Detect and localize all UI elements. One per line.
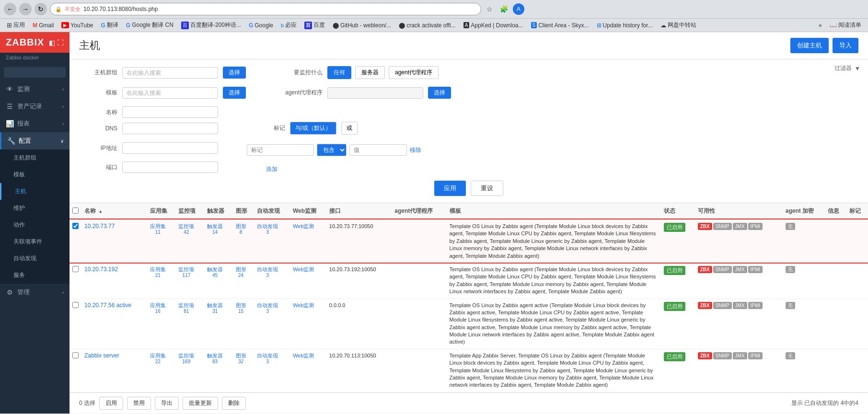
sidebar-item-actions[interactable]: 动作 <box>0 217 69 233</box>
bookmark-apps[interactable]: ⊞ 应用 <box>4 20 28 30</box>
row-checkbox-0[interactable] <box>72 223 79 229</box>
tag-or-btn[interactable]: 或 <box>341 122 358 135</box>
sidebar-expand-icon[interactable]: ⛶ <box>57 39 64 46</box>
header-name[interactable]: 名称 ▲ <box>81 203 147 219</box>
reload-button[interactable]: ↻ <box>35 3 47 15</box>
row-checkbox-2[interactable] <box>72 302 79 308</box>
monitors-chip[interactable]: 监控项117 <box>178 266 194 278</box>
bookmark-google-translate[interactable]: G Google 翻译 CN <box>123 20 176 30</box>
header-status[interactable]: 状态 <box>661 203 695 219</box>
triggers-chip[interactable]: 触发器45 <box>207 266 223 278</box>
bookmark-bing[interactable]: b 必应 <box>278 20 300 30</box>
header-web[interactable]: Web监测 <box>290 203 326 219</box>
triggers-chip[interactable]: 触发器14 <box>207 223 223 235</box>
discovery-chip[interactable]: 自动发现3 <box>257 353 278 365</box>
header-tags[interactable]: 标记 <box>846 203 868 219</box>
export-btn[interactable]: 导出 <box>155 397 179 410</box>
host-name-link[interactable]: 10.20.77.56 active <box>84 302 131 309</box>
bulk-update-btn[interactable]: 批量更新 <box>183 397 218 410</box>
graphs-chip[interactable]: 图形24 <box>236 266 246 278</box>
delete-btn[interactable]: 删除 <box>222 397 246 410</box>
header-apps[interactable]: 应用集 <box>147 203 176 219</box>
header-agent[interactable]: agent代理程序 <box>392 203 446 219</box>
bookmark-more[interactable]: » <box>816 21 825 30</box>
header-availability[interactable]: 可用性 <box>695 203 783 219</box>
bookmark-baidu[interactable]: 百 百度 <box>301 20 328 30</box>
bookmark-update-history[interactable]: ⊞ Update history for... <box>594 21 656 30</box>
sidebar-search-input[interactable] <box>4 67 66 78</box>
discovery-chip[interactable]: 自动发现3 <box>257 223 278 235</box>
import-button[interactable]: 导入 <box>833 38 858 53</box>
star-icon[interactable]: ☆ <box>484 4 495 14</box>
ip-input[interactable] <box>122 142 218 154</box>
tag-name-field[interactable] <box>247 144 314 156</box>
tag-add-btn[interactable]: 添加 <box>266 165 278 173</box>
host-name-link[interactable]: Zabbix server <box>84 352 119 359</box>
forward-button[interactable]: → <box>19 3 32 15</box>
header-encryption[interactable]: agent 加密 <box>783 203 825 219</box>
triggers-chip[interactable]: 触发器83 <box>207 353 223 365</box>
apply-button[interactable]: 应用 <box>434 181 466 196</box>
monitors-chip[interactable]: 监控项81 <box>178 302 194 314</box>
dns-input[interactable] <box>122 123 218 134</box>
graphs-chip[interactable]: 图形15 <box>236 302 246 314</box>
bookmark-google[interactable]: G Google <box>246 21 276 30</box>
header-info[interactable]: 信息 <box>825 203 846 219</box>
apps-chip[interactable]: 应用集16 <box>150 302 166 314</box>
row-checkbox-1[interactable] <box>72 266 79 272</box>
filter-toggle[interactable]: 过滤器 ▼ <box>834 64 860 72</box>
bookmark-netdisk[interactable]: ☁ 网盘中转站 <box>658 20 699 30</box>
sidebar-item-monitor[interactable]: 👁 监测 › <box>0 80 69 98</box>
monitors-chip[interactable]: 监控项169 <box>178 353 194 365</box>
sidebar-item-reports[interactable]: 📊 报表 › <box>0 115 69 132</box>
bookmark-youtube[interactable]: ▶ YouTube <box>58 21 96 30</box>
web-monitor-link[interactable]: Web监测 <box>293 223 314 229</box>
web-monitor-link[interactable]: Web监测 <box>293 302 314 308</box>
enable-btn[interactable]: 启用 <box>99 397 123 410</box>
host-name-link[interactable]: 10.20.73.192 <box>84 266 118 273</box>
bookmark-appked[interactable]: A AppKed | Downloa... <box>461 21 526 30</box>
header-monitors[interactable]: 监控项 <box>175 203 204 219</box>
tag-condition-select[interactable]: 包含 等于 <box>317 144 347 156</box>
discovery-chip[interactable]: 自动发现3 <box>257 266 278 278</box>
sidebar-item-config[interactable]: 🔧 配置 ∨ <box>0 132 69 150</box>
address-bar[interactable]: 🔒 不安全 10.20.70.113:8080/hosts.php <box>50 3 481 15</box>
monitor-agent-btn[interactable]: agent代理程序 <box>389 66 439 79</box>
profile-icon[interactable]: A <box>513 3 524 15</box>
monitors-chip[interactable]: 监控项42 <box>178 223 194 235</box>
sidebar-item-services[interactable]: 服务 <box>0 267 69 284</box>
hostgroup-input[interactable] <box>122 67 218 79</box>
header-graphs[interactable]: 图形 <box>233 203 255 219</box>
graphs-chip[interactable]: 图形32 <box>236 353 246 365</box>
monitor-server-btn[interactable]: 服务器 <box>355 66 385 79</box>
apps-chip[interactable]: 应用集11 <box>150 223 166 235</box>
agent-proxy-input[interactable] <box>327 87 423 99</box>
row-checkbox-3[interactable] <box>72 352 79 358</box>
header-discovery[interactable]: 自动发现 <box>254 203 290 219</box>
template-input[interactable] <box>122 87 218 99</box>
header-template[interactable]: 模板 <box>447 203 661 219</box>
sidebar-item-hosts[interactable]: 主机 <box>0 183 69 200</box>
discovery-chip[interactable]: 自动发现3 <box>257 302 278 314</box>
tag-value-field[interactable] <box>349 144 407 156</box>
bookmark-baidu-translate[interactable]: 百 百度翻译-200种语... <box>178 20 244 30</box>
graphs-chip[interactable]: 图形8 <box>236 223 246 235</box>
host-name-link[interactable]: 10.20.73.77 <box>84 223 115 230</box>
sidebar-item-discovery[interactable]: 自动发现 <box>0 250 69 267</box>
sidebar-item-correlations[interactable]: 关联项事件 <box>0 233 69 250</box>
apps-chip[interactable]: 应用集22 <box>150 353 166 365</box>
port-input[interactable] <box>122 161 218 173</box>
web-monitor-link[interactable]: Web监测 <box>293 353 314 358</box>
reset-button[interactable]: 重设 <box>471 181 503 196</box>
tag-remove-btn[interactable]: 移除 <box>410 146 421 154</box>
web-monitor-link[interactable]: Web监测 <box>293 266 314 272</box>
tag-and-or-btn[interactable]: 与/或（默认） <box>290 122 336 135</box>
sidebar-collapse-icon[interactable]: ◧ <box>49 39 55 46</box>
name-input[interactable] <box>122 106 218 118</box>
extensions-icon[interactable]: 🧩 <box>498 4 509 14</box>
bookmark-github[interactable]: ⬤ GitHub - webleon/... <box>330 21 394 30</box>
bookmark-reader[interactable]: 📖 阅读清单 <box>827 20 864 30</box>
bookmark-translate1[interactable]: G 翻译 <box>98 20 121 30</box>
back-button[interactable]: ← <box>4 3 16 15</box>
bookmark-crack[interactable]: ⬤ crack activate offi... <box>396 21 459 30</box>
